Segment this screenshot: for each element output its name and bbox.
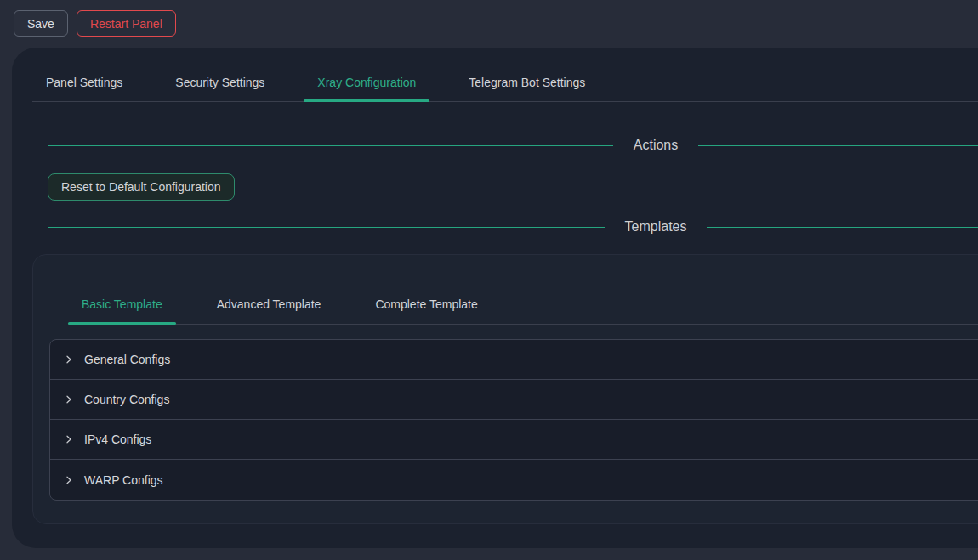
- tab-basic-template[interactable]: Basic Template: [68, 297, 176, 324]
- templates-divider-label: Templates: [605, 219, 708, 235]
- chevron-right-icon: [64, 394, 74, 404]
- accordion-row-label: Country Configs: [84, 393, 169, 406]
- toolbar: Save Restart Panel: [0, 0, 978, 48]
- templates-divider: Templates: [48, 218, 978, 236]
- divider-line: [698, 145, 978, 146]
- accordion-row-general-configs[interactable]: General Configs: [50, 340, 978, 380]
- accordion-row-label: General Configs: [84, 353, 170, 366]
- actions-divider: Actions: [48, 136, 978, 155]
- chevron-right-icon: [64, 475, 74, 485]
- accordion-row-label: WARP Configs: [84, 473, 163, 487]
- tab-telegram-bot-settings[interactable]: Telegram Bot Settings: [455, 76, 599, 101]
- config-groups-accordion: General Configs Country Configs IPv4 Con…: [49, 339, 978, 501]
- tab-xray-configuration[interactable]: Xray Configuration: [304, 76, 429, 101]
- reset-to-default-button[interactable]: Reset to Default Configuration: [48, 173, 235, 201]
- actions-divider-label: Actions: [613, 138, 698, 153]
- templates-card: Basic Template Advanced Template Complet…: [32, 254, 978, 524]
- divider-line: [48, 145, 613, 146]
- save-button[interactable]: Save: [14, 10, 68, 37]
- chevron-right-icon: [64, 354, 74, 365]
- chevron-right-icon: [64, 434, 74, 444]
- tab-complete-template[interactable]: Complete Template: [361, 297, 491, 324]
- template-tabs: Basic Template Advanced Template Complet…: [68, 297, 978, 325]
- accordion-row-ipv4-configs[interactable]: IPv4 Configs: [50, 420, 978, 460]
- tab-advanced-template[interactable]: Advanced Template: [203, 297, 335, 324]
- settings-tabs: Panel Settings Security Settings Xray Co…: [32, 76, 978, 102]
- accordion-row-country-configs[interactable]: Country Configs: [50, 380, 978, 420]
- divider-line: [48, 227, 605, 228]
- restart-panel-button[interactable]: Restart Panel: [77, 10, 176, 37]
- accordion-row-label: IPv4 Configs: [84, 433, 151, 446]
- tab-panel-settings[interactable]: Panel Settings: [32, 76, 136, 101]
- tab-security-settings[interactable]: Security Settings: [162, 76, 278, 101]
- accordion-row-warp-configs[interactable]: WARP Configs: [50, 460, 978, 500]
- settings-panel: Panel Settings Security Settings Xray Co…: [12, 48, 978, 548]
- divider-line: [707, 227, 978, 228]
